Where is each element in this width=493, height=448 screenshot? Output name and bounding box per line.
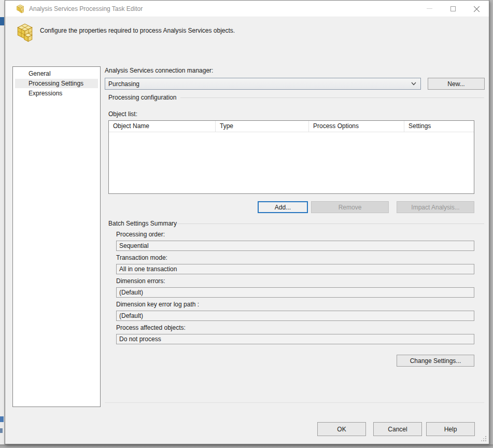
dimension-errors-label: Dimension errors:: [116, 277, 474, 285]
object-list-label: Object list:: [108, 110, 137, 118]
sidebar-item-expressions[interactable]: Expressions: [15, 89, 98, 98]
field-process-affected-objects: Process affected objects: Do not process: [116, 324, 474, 347]
column-header-process-options[interactable]: Process Options: [309, 121, 404, 132]
process-affected-objects-value[interactable]: Do not process: [116, 334, 474, 344]
impact-analysis-button[interactable]: Impact Analysis...: [397, 201, 474, 213]
batch-settings-fields: Processing order: Sequential Transaction…: [116, 231, 474, 347]
new-connection-button[interactable]: New...: [428, 78, 485, 90]
chevron-down-icon: [411, 82, 416, 86]
group-divider: [176, 223, 484, 224]
pages-list: General Processing Settings Expressions: [12, 66, 101, 407]
processing-settings-panel: Analysis Services connection manager: Pu…: [105, 1, 484, 407]
column-header-type[interactable]: Type: [216, 121, 309, 132]
background-window-sliver: [0, 0, 5, 444]
field-dimension-errors: Dimension errors: (Default): [116, 277, 474, 301]
transaction-mode-value[interactable]: All in one transaction: [116, 264, 474, 274]
object-list-header: Object Name Type Process Options Setting…: [109, 121, 474, 132]
processing-order-value[interactable]: Sequential: [116, 241, 474, 251]
processing-configuration-group-label: Processing configuration: [108, 94, 176, 101]
sidebar-item-general[interactable]: General: [15, 69, 98, 78]
dimension-key-error-log-path-label: Dimension key error log path :: [116, 301, 474, 309]
panel-bottom-divider: [105, 402, 484, 403]
ok-button[interactable]: OK: [317, 422, 366, 436]
field-dimension-key-error-log-path: Dimension key error log path : (Default): [116, 301, 474, 324]
background-window-fragment: [0, 428, 3, 433]
connection-manager-value: Purchasing: [108, 80, 139, 88]
analysis-services-cube-icon: [16, 23, 34, 43]
connection-manager-combobox[interactable]: Purchasing: [105, 78, 421, 90]
group-divider: [180, 97, 484, 98]
analysis-services-processing-task-editor-dialog: Analysis Services Processing Task Editor…: [5, 0, 489, 444]
object-list-table[interactable]: Object Name Type Process Options Setting…: [108, 120, 474, 194]
sidebar-item-processing-settings[interactable]: Processing Settings: [15, 79, 98, 88]
connection-manager-label: Analysis Services connection manager:: [105, 67, 213, 74]
field-processing-order: Processing order: Sequential: [116, 231, 474, 254]
help-button[interactable]: Help: [426, 422, 475, 436]
column-header-settings[interactable]: Settings: [404, 121, 474, 132]
change-settings-button[interactable]: Change Settings...: [397, 355, 474, 367]
field-transaction-mode: Transaction mode: All in one transaction: [116, 254, 474, 277]
background-window-fragment: [0, 17, 4, 25]
processing-order-label: Processing order:: [116, 231, 474, 239]
transaction-mode-label: Transaction mode:: [116, 254, 474, 262]
column-header-object-name[interactable]: Object Name: [109, 121, 216, 132]
cancel-button[interactable]: Cancel: [373, 422, 422, 436]
batch-settings-group-label: Batch Settings Summary: [108, 220, 177, 227]
resize-grip[interactable]: [481, 436, 487, 442]
dimension-key-error-log-path-value[interactable]: (Default): [116, 311, 474, 321]
process-affected-objects-label: Process affected objects:: [116, 324, 474, 332]
cube-app-icon: [16, 4, 25, 13]
dimension-errors-value[interactable]: (Default): [116, 287, 474, 298]
background-window-fragment: [0, 416, 4, 422]
remove-button[interactable]: Remove: [311, 201, 389, 213]
add-button[interactable]: Add...: [258, 201, 308, 213]
background-window-bottom-strip: [0, 444, 493, 448]
